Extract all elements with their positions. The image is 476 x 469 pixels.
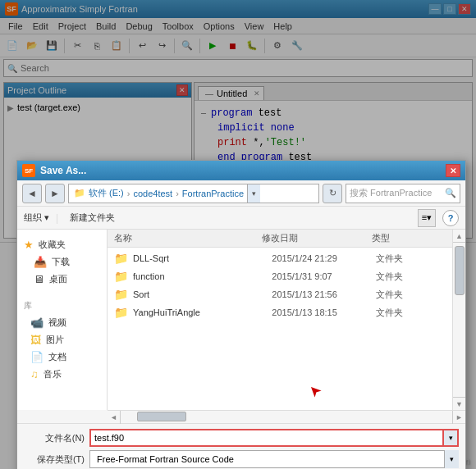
- nav-forward-button[interactable]: ►: [45, 184, 65, 203]
- breadcrumb-sep-2: ›: [176, 189, 179, 198]
- breadcrumb-folder-icon: 📁: [74, 188, 85, 198]
- dialog-overlay: SF Save As... ✕ ◄ ► 📁 软件 (E:) › code4tes…: [0, 0, 476, 469]
- sidebar-item-documents[interactable]: 📄 文档: [17, 348, 107, 366]
- ide-window: SF Approximatrix Simply Fortran — □ ✕ Fi…: [0, 0, 476, 469]
- dialog-body: ★ 收藏夹 📥 下载 🖥 桌面: [17, 230, 465, 410]
- col-date-header: 修改日期: [262, 232, 373, 244]
- file-row-function[interactable]: 📁 function 2015/1/31 9:07 文件夹: [108, 267, 452, 285]
- file-date-function: 2015/1/31 9:07: [272, 271, 376, 281]
- nav-refresh-button[interactable]: ↻: [323, 184, 342, 203]
- hscroll-left[interactable]: ◄: [108, 411, 121, 424]
- scrollbar-thumb[interactable]: [455, 246, 465, 295]
- sidebar-item-pictures[interactable]: 🖼 图片: [17, 331, 107, 348]
- filetype-label: 保存类型(T): [24, 453, 89, 466]
- list-view-button[interactable]: ≡▾: [418, 209, 436, 227]
- video-icon: 📹: [30, 316, 43, 329]
- dialog-title: Save As...: [40, 165, 446, 176]
- file-date-dll: 2015/1/24 21:29: [272, 253, 376, 263]
- nav-search-icon: 🔍: [445, 188, 456, 198]
- breadcrumb-dropdown[interactable]: ▾: [247, 184, 260, 203]
- dialog-app-icon: SF: [22, 164, 35, 177]
- dialog-files[interactable]: 名称 修改日期 类型 📁 DLL-Sqrt 2015/1/24 21:29 文件…: [108, 230, 452, 410]
- breadcrumb-drive[interactable]: 软件 (E:): [89, 187, 124, 199]
- folder-icon-dll: 📁: [114, 252, 128, 265]
- desktop-icon: 🖥: [34, 273, 44, 285]
- file-list-header: 名称 修改日期 类型: [108, 230, 452, 248]
- library-header: 库: [17, 298, 107, 314]
- dialog-close-button[interactable]: ✕: [446, 164, 460, 177]
- breadcrumb-code4test[interactable]: code4test: [133, 189, 172, 198]
- file-list: 📁 DLL-Sqrt 2015/1/24 21:29 文件夹 📁 functio…: [108, 248, 452, 323]
- sidebar-item-video[interactable]: 📹 视频: [17, 314, 107, 331]
- file-row-dll-sqrt[interactable]: 📁 DLL-Sqrt 2015/1/24 21:29 文件夹: [108, 249, 452, 267]
- documents-icon: 📄: [30, 351, 43, 363]
- library-section: 库 📹 视频 🖼 图片 📄 文档: [17, 298, 107, 383]
- view-toggle: ≡▾: [418, 209, 436, 227]
- filename-dropdown[interactable]: ▾: [444, 429, 459, 447]
- hscroll-track[interactable]: [121, 411, 452, 423]
- col-type-header: 类型: [372, 232, 446, 244]
- horizontal-scrollbar[interactable]: ◄ ►: [108, 410, 465, 423]
- sidebar-item-desktop[interactable]: 🖥 桌面: [17, 271, 107, 288]
- star-icon: ★: [24, 239, 34, 251]
- folder-icon-sort: 📁: [114, 288, 128, 301]
- nav-search-text: 搜索 FortranPractice: [350, 187, 432, 199]
- filename-label: 文件名(N): [24, 432, 89, 444]
- filetype-select-wrapper: Free-Format Fortran Source Code ▾: [89, 450, 459, 468]
- arrow-indicator: ➤: [304, 380, 325, 402]
- hscroll-right[interactable]: ►: [452, 411, 465, 424]
- sidebar-item-download[interactable]: 📥 下载: [17, 253, 107, 271]
- download-icon: 📥: [34, 256, 47, 268]
- file-type-sort: 文件夹: [376, 289, 446, 301]
- favorites-section: ★ 收藏夹 📥 下载 🖥 桌面: [17, 236, 107, 288]
- file-row-sort[interactable]: 📁 Sort 2015/1/13 21:56 文件夹: [108, 285, 452, 303]
- toolbar-sep: |: [56, 212, 58, 224]
- hscroll-thumb[interactable]: [137, 412, 186, 421]
- dialog-toolbar: 组织 ▾ | 新建文件夹 ≡▾ ?: [17, 207, 465, 230]
- favorites-header: ★ 收藏夹: [17, 236, 107, 253]
- pictures-icon: 🖼: [30, 334, 41, 346]
- filename-input[interactable]: [89, 429, 444, 447]
- dialog-nav: ◄ ► 📁 软件 (E:) › code4test › FortranPract…: [17, 180, 465, 207]
- file-type-yanghui: 文件夹: [376, 307, 446, 319]
- organize-button[interactable]: 组织 ▾: [24, 212, 49, 224]
- folder-icon-yanghui: 📁: [114, 306, 128, 319]
- save-as-dialog: SF Save As... ✕ ◄ ► 📁 软件 (E:) › code4tes…: [16, 160, 466, 469]
- file-row-yanghui[interactable]: 📁 YangHuiTriAngle 2015/1/13 18:15 文件夹: [108, 303, 452, 321]
- file-type-dll: 文件夹: [376, 253, 446, 265]
- help-button[interactable]: ?: [442, 210, 459, 226]
- file-name-sort: Sort: [133, 289, 272, 299]
- dialog-bottom: 文件名(N) ▾ 保存类型(T) Free-Format Fortran Sou…: [17, 423, 465, 469]
- scrollbar[interactable]: ▲ ▼: [452, 230, 465, 410]
- filename-row: 文件名(N) ▾: [24, 429, 459, 447]
- dialog-title-bar: SF Save As... ✕: [17, 161, 465, 180]
- scrollbar-up[interactable]: ▲: [453, 230, 465, 243]
- sidebar-item-music[interactable]: ♫ 音乐: [17, 366, 107, 383]
- breadcrumb-fortranpractice[interactable]: FortranPractice: [182, 189, 244, 198]
- filetype-select[interactable]: Free-Format Fortran Source Code: [89, 450, 459, 468]
- nav-search-box[interactable]: 搜索 FortranPractice 🔍: [346, 184, 460, 203]
- new-folder-button[interactable]: 新建文件夹: [65, 210, 120, 225]
- file-date-yanghui: 2015/1/13 18:15: [272, 307, 376, 317]
- file-date-sort: 2015/1/13 21:56: [272, 289, 376, 299]
- folder-icon-function: 📁: [114, 270, 128, 283]
- file-name-dll: DLL-Sqrt: [133, 253, 272, 263]
- nav-back-button[interactable]: ◄: [22, 184, 42, 203]
- dialog-sidebar: ★ 收藏夹 📥 下载 🖥 桌面: [17, 230, 108, 410]
- breadcrumb-bar: 📁 软件 (E:) › code4test › FortranPractice …: [68, 184, 319, 203]
- file-name-yanghui: YangHuiTriAngle: [133, 307, 272, 317]
- sidebar-gap: [17, 291, 107, 298]
- filetype-row: 保存类型(T) Free-Format Fortran Source Code …: [24, 450, 459, 468]
- music-icon: ♫: [30, 368, 39, 380]
- col-name-header: 名称: [114, 232, 262, 244]
- file-type-function: 文件夹: [376, 271, 446, 283]
- scrollbar-down[interactable]: ▼: [453, 397, 465, 410]
- file-name-function: function: [133, 271, 272, 281]
- breadcrumb-sep-1: ›: [127, 189, 130, 198]
